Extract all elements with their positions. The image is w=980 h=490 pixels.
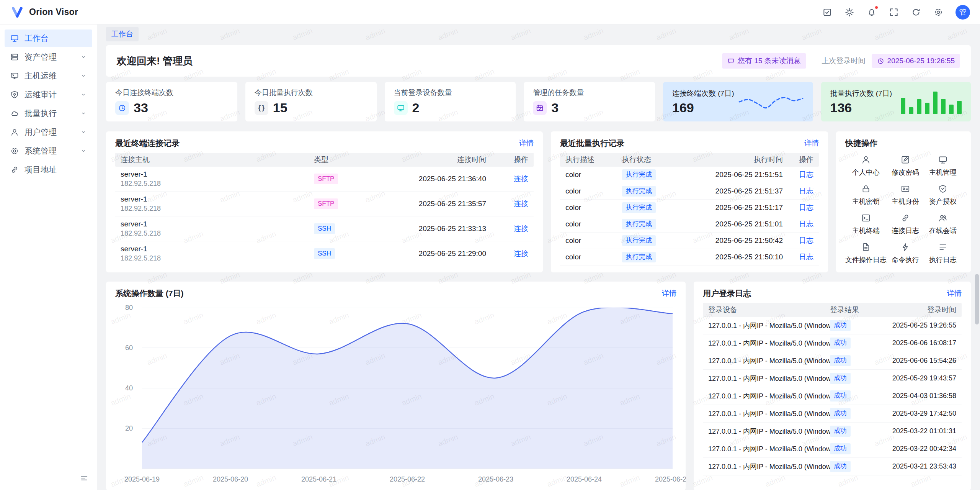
login-result-tag: 成功 [830,373,851,383]
recent-batch-exec-card: 最近批量执行记录 详情 执行描述 执行状态 执行时间 操作 color 执行完成… [551,131,828,272]
host-key-icon [861,184,871,194]
log-link[interactable]: 日志 [799,253,813,261]
stat-label: 今日连接终端次数 [115,88,228,98]
system-operations-card: 系统操作数量 (7日) 详情 20406080 2025-06-192025-0… [106,282,686,490]
log-link[interactable]: 日志 [799,236,813,244]
card-title: 最近终端连接记录 [115,138,180,149]
settings-icon[interactable] [933,7,943,17]
exec-status-tag: 执行完成 [622,186,656,197]
sidebar-nav: 工作台 资产管理 主机运维 运维审计 批量执行 用户管理 系统管理 项目地址 [0,25,97,490]
login-time: 2025-03-29 17:42:50 [872,410,956,418]
quick-action-host-identity[interactable]: 主机身份 [887,180,924,210]
quick-action-label: 命令执行 [892,255,919,264]
sidebar-item-system-management[interactable]: 系统管理 [5,142,92,160]
sidebar-item-user-management[interactable]: 用户管理 [5,123,92,141]
quick-action-host-terminal[interactable]: 主机终端 [845,210,887,239]
sidebar-item-label: 系统管理 [24,146,57,156]
quick-action-online-session[interactable]: 在线会话 [924,210,962,239]
refresh-icon[interactable] [911,7,921,17]
quick-action-connect-log[interactable]: 连接日志 [887,210,924,239]
connect-link[interactable]: 连接 [514,249,528,257]
connect-link[interactable]: 连接 [514,225,528,233]
unread-messages-badge[interactable]: 您有 15 条未读消息 [722,53,806,69]
terminal-detail-link[interactable]: 详情 [519,138,534,148]
clock-icon [877,57,884,65]
quick-action-label: 执行日志 [929,255,957,264]
chevron-down-icon [80,54,87,61]
notification-icon[interactable] [867,7,877,17]
scrollbar-thumb[interactable] [975,274,979,324]
quick-action-personal-center[interactable]: 个人中心 [845,151,887,180]
batch-detail-link[interactable]: 详情 [804,138,819,148]
column-header: 执行状态 [622,155,687,165]
login-detail-link[interactable]: 详情 [947,288,962,298]
quick-action-asset-grant[interactable]: 资产授权 [924,180,962,210]
chevron-down-icon [80,72,87,79]
stat-label: 当前登录设备数量 [394,88,507,98]
workbench-icon [10,34,19,43]
quick-action-change-password[interactable]: 修改密码 [887,151,924,180]
sidebar-item-asset-management[interactable]: 资产管理 [5,48,92,66]
quick-action-label: 连接日志 [892,226,919,235]
docs-icon[interactable] [822,7,832,17]
welcome-title: 欢迎回来! 管理员 [117,54,722,68]
file-log-icon [861,242,871,252]
menu-fold-icon [80,474,88,482]
quick-action-label: 主机密钥 [852,197,880,206]
log-link[interactable]: 日志 [799,187,813,195]
sidebar-item-host-ops[interactable]: 主机运维 [5,67,92,85]
sidebar-collapse-button[interactable] [78,472,90,484]
user-avatar[interactable]: 管 [956,5,970,20]
stat-value: 169 [672,100,734,115]
asset-icon [10,52,19,62]
host-name: server-1 [121,195,314,203]
connect-link[interactable]: 连接 [514,175,528,183]
quick-action-label: 资产授权 [929,197,957,206]
table-row: color 执行完成 2025-06-25 21:51:01 日志 [560,216,819,233]
sidebar-item-project-link[interactable]: 项目地址 [5,161,92,179]
sidebar-item-workbench[interactable]: 工作台 [5,29,92,47]
table-row: 127.0.0.1 - 内网IP - Mozilla/5.0 (Windows … [703,387,962,405]
sidebar-item-ops-audit[interactable]: 运维审计 [5,86,92,103]
log-link[interactable]: 日志 [799,203,813,211]
quick-action-label: 在线会话 [929,226,957,235]
table-row: 127.0.0.1 - 内网IP - Mozilla/5.0 (Windows … [703,334,962,352]
quick-action-label: 主机终端 [852,226,880,235]
quick-action-file-operation-log[interactable]: 文件操作日志 [845,239,887,268]
user-icon [861,155,871,165]
sidebar-item-batch-exec[interactable]: 批量执行 [5,105,92,122]
quick-action-exec-log[interactable]: 执行日志 [924,239,962,268]
theme-icon[interactable] [844,7,854,17]
connect-time: 2025-06-25 21:35:57 [364,200,486,208]
table-row: 127.0.0.1 - 内网IP - Mozilla/5.0 (Windows … [703,405,962,423]
table-row: color 执行完成 2025-06-25 21:51:51 日志 [560,167,819,183]
fullscreen-icon[interactable] [889,7,899,17]
host-name: server-1 [121,170,314,179]
exec-status-tag: 执行完成 [622,235,656,246]
quick-action-host-management[interactable]: 主机管理 [924,151,962,180]
connect-link[interactable]: 连接 [514,200,528,208]
table-row: server-1182.92.5.218 SFTP 2025-06-25 21:… [115,192,534,216]
quick-action-command-exec[interactable]: 命令执行 [887,239,924,268]
syschart-detail-link[interactable]: 详情 [662,288,676,298]
users-icon [10,128,19,137]
column-header: 类型 [314,155,364,165]
command-exec-icon [900,242,910,252]
column-header: 操作 [783,155,813,165]
login-result-tag: 成功 [830,338,851,348]
table-row: color 执行完成 2025-06-25 21:50:42 日志 [560,233,819,249]
breadcrumb[interactable]: 工作台 [106,27,139,41]
host-manage-icon [938,155,948,165]
login-device: 127.0.0.1 - 内网IP - Mozilla/5.0 (Windows … [708,409,830,418]
table-row: server-1182.92.5.218 SFTP 2025-06-25 21:… [115,167,534,192]
login-device: 127.0.0.1 - 内网IP - Mozilla/5.0 (Windows … [708,339,830,348]
log-link[interactable]: 日志 [799,220,813,228]
exec-time: 2025-06-25 21:51:37 [687,187,783,195]
stat-value: 3 [551,100,559,115]
host-identity-icon [900,184,910,194]
quick-action-host-key[interactable]: 主机密钥 [845,180,887,210]
log-link[interactable]: 日志 [799,170,813,179]
table-row: color 执行完成 2025-06-25 21:51:17 日志 [560,200,819,216]
protocol-tag: SSH [314,223,335,234]
login-result-tag: 成功 [830,443,851,454]
